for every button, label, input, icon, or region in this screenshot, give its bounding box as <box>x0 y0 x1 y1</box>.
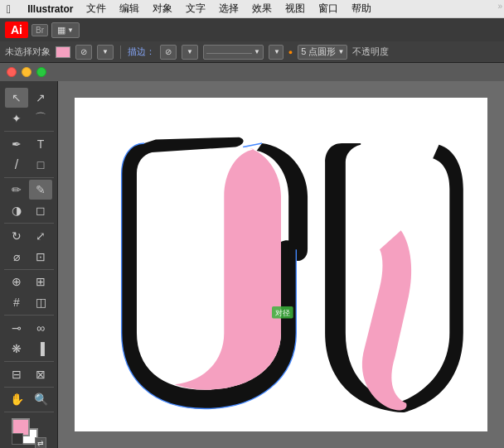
fill-options-btn[interactable]: ⊘ <box>75 45 92 60</box>
left-u-pink <box>175 147 281 390</box>
br-button[interactable]: Br <box>32 24 48 36</box>
menu-text[interactable]: 文字 <box>186 2 206 16</box>
default-colors-btn[interactable] <box>12 433 23 445</box>
arrange-arrow: ▼ <box>67 26 74 34</box>
tool-separator-2 <box>4 177 54 178</box>
main-area: » ↖ ↗ ✦ ⌒ ✒ T / □ ✏ ✎ ◑ ◻ ↻ <box>0 81 504 448</box>
graph-tool[interactable]: ▐ <box>29 339 52 359</box>
selection-tool[interactable]: ↖ <box>5 88 28 108</box>
lasso-tool[interactable]: ⌒ <box>29 108 52 128</box>
rotate-tool[interactable]: ↻ <box>5 226 28 246</box>
zoom-tool[interactable]: 🔍 <box>29 389 52 409</box>
menu-bar:  Illustrator 文件 编辑 对象 文字 选择 效果 视图 窗口 帮助 <box>0 0 504 18</box>
tool-separator-5 <box>4 315 54 316</box>
canvas-area[interactable]: 对径 <box>58 81 504 448</box>
menu-file[interactable]: 文件 <box>86 2 106 16</box>
stroke-select-arrow: ▼ <box>254 48 260 55</box>
app-name: Illustrator <box>27 3 73 15</box>
menu-select[interactable]: 选择 <box>219 2 239 16</box>
window-controls-bar <box>0 63 504 81</box>
tool-separator-3 <box>4 223 54 224</box>
arrange-button[interactable]: ▦ ▼ <box>51 22 80 38</box>
apple-menu[interactable]:  <box>7 2 11 16</box>
ai-logo: Ai <box>5 22 28 38</box>
eraser-tool[interactable]: ◻ <box>29 200 52 220</box>
scale-tool[interactable]: ⤢ <box>29 226 52 246</box>
point-shape-label: 5 点圆形 <box>301 46 336 58</box>
tool-separator-8 <box>4 412 54 412</box>
artboard: 对径 <box>75 98 487 431</box>
stroke-style-select[interactable]: ————— ▼ <box>203 45 264 60</box>
perspective-grid-tool[interactable]: ⊞ <box>29 272 52 291</box>
window-minimize-button[interactable] <box>22 67 32 77</box>
menu-effect[interactable]: 效果 <box>252 2 272 16</box>
magic-wand-tool[interactable]: ✦ <box>5 108 28 128</box>
pencil-tool[interactable]: ✎ <box>29 180 52 200</box>
fill-arrow-btn[interactable]: ▼ <box>97 45 114 60</box>
options-bar: 未选择对象 ⊘ ▼ 描边： ⊘ ▼ ————— ▼ ▼ ● 5 点圆形 ▼ 不透… <box>0 41 504 63</box>
type-tool[interactable]: T <box>29 134 52 154</box>
line-tool[interactable]: / <box>5 155 28 175</box>
eyedropper-tool[interactable]: ⊸ <box>5 318 28 338</box>
rectangle-tool[interactable]: □ <box>29 155 52 175</box>
menu-help[interactable]: 帮助 <box>351 2 371 16</box>
arrange-icon: ▦ <box>57 25 65 36</box>
menu-edit[interactable]: 编辑 <box>119 2 139 16</box>
blend-tool[interactable]: ∞ <box>29 318 52 338</box>
tool-separator-4 <box>4 269 54 270</box>
point-shape-arrow: ▼ <box>337 48 344 55</box>
artwork-svg: 对径 <box>75 98 487 431</box>
shape-builder-tool[interactable]: ⊕ <box>5 272 28 291</box>
stroke-arrow-btn[interactable]: ▼ <box>182 45 198 60</box>
right-u-pink <box>362 230 411 410</box>
tool-separator-7 <box>4 387 54 388</box>
dot-indicator: ● <box>288 48 293 56</box>
stroke-label: 描边： <box>128 46 155 58</box>
tool-separator-1 <box>4 131 54 132</box>
pen-tool[interactable]: ✒ <box>5 134 28 154</box>
fill-color-swatch[interactable] <box>56 46 70 58</box>
free-transform-tool[interactable]: ⊡ <box>29 247 52 267</box>
no-selection-label: 未选择对象 <box>5 46 51 58</box>
window-close-button[interactable] <box>7 67 17 77</box>
tool-panel: » ↖ ↗ ✦ ⌒ ✒ T / □ ✏ ✎ ◑ ◻ ↻ <box>0 81 58 448</box>
tooltip-text: 对径 <box>275 309 290 317</box>
artboard-tool[interactable]: ⊟ <box>5 364 28 384</box>
stroke-options-btn[interactable]: ⊘ <box>160 45 177 60</box>
app-toolbar: Ai Br ▦ ▼ <box>0 18 504 41</box>
menu-view[interactable]: 视图 <box>285 2 305 16</box>
direct-selection-tool[interactable]: ↗ <box>29 88 52 108</box>
swap-colors-btn[interactable]: ⇄ <box>35 437 46 448</box>
slice-tool[interactable]: ⊠ <box>29 364 52 384</box>
stroke-select-label: ————— <box>206 47 252 57</box>
menu-window[interactable]: 窗口 <box>318 2 338 16</box>
mesh-tool[interactable]: # <box>5 292 28 312</box>
tool-separator-6 <box>4 361 54 362</box>
gradient-tool[interactable]: ◫ <box>29 292 52 312</box>
menu-object[interactable]: 对象 <box>153 2 172 16</box>
blob-brush-tool[interactable]: ◑ <box>5 200 28 220</box>
opacity-label: 不透明度 <box>352 46 389 58</box>
options-separator <box>120 46 121 59</box>
symbol-tool[interactable]: ❋ <box>5 339 28 359</box>
window-maximize-button[interactable] <box>36 67 46 77</box>
point-shape-select[interactable]: 5 点圆形 ▼ <box>298 45 347 60</box>
stroke-width-select[interactable]: ▼ <box>269 45 284 60</box>
stroke-width-arrow: ▼ <box>274 48 280 55</box>
hand-tool[interactable]: ✋ <box>5 389 28 409</box>
paintbrush-tool[interactable]: ✏ <box>5 180 28 200</box>
warp-tool[interactable]: ⌀ <box>5 247 28 267</box>
